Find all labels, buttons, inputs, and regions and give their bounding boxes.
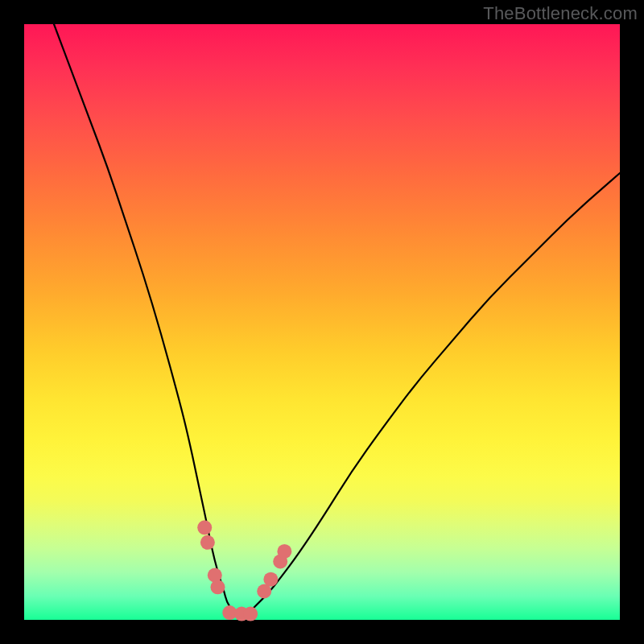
data-dot: [200, 535, 215, 550]
curve-layer: [24, 24, 620, 620]
data-dot: [263, 572, 278, 587]
data-dot: [243, 607, 258, 621]
watermark-text: TheBottleneck.com: [483, 3, 638, 24]
data-dot: [197, 520, 212, 535]
chart-frame: TheBottleneck.com: [0, 0, 644, 644]
data-dots: [197, 520, 291, 621]
data-dot: [277, 544, 291, 559]
bottleneck-curve: [54, 24, 620, 614]
data-dot: [211, 580, 225, 594]
